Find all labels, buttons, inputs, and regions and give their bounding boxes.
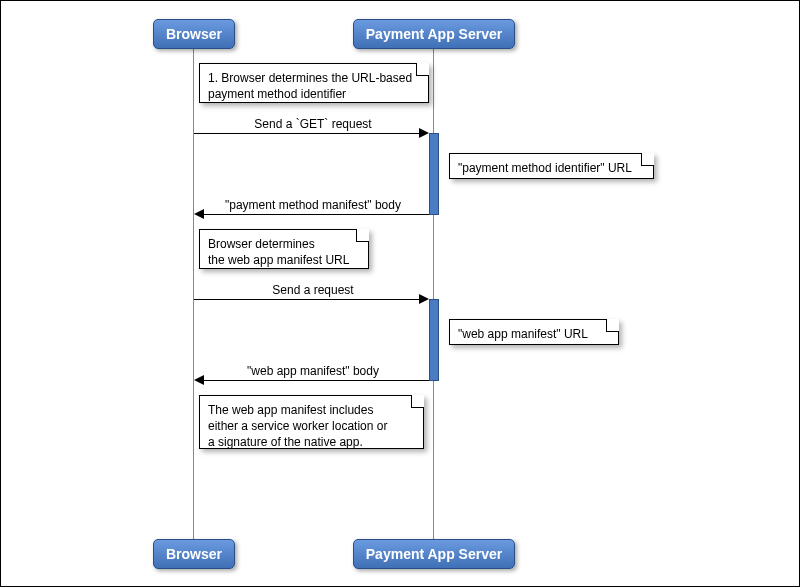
participant-label: Browser — [166, 26, 222, 42]
arrow-head-m1 — [419, 128, 429, 138]
note-text: "web app manifest" URL — [458, 327, 588, 341]
participant-label: Payment App Server — [366, 546, 502, 562]
note-text: 1. Browser determines the URL-based paym… — [208, 71, 412, 101]
participant-label: Payment App Server — [366, 26, 502, 42]
message-wam-body: "web app manifest" body — [193, 364, 433, 378]
message-get-request: Send a `GET` request — [193, 117, 433, 131]
arrow-head-m2 — [194, 209, 204, 219]
arrow-m1 — [194, 133, 419, 134]
lifeline-server — [433, 49, 434, 539]
participant-browser-bottom: Browser — [153, 539, 235, 569]
note-text: "payment method identifier" URL — [458, 161, 632, 175]
participant-server-bottom: Payment App Server — [353, 539, 515, 569]
sequence-diagram: Browser Payment App Server 1. Browser de… — [0, 0, 800, 587]
arrow-head-m3 — [419, 294, 429, 304]
note-determine-web-manifest-url: Browser determines the web app manifest … — [199, 229, 369, 269]
arrow-m2 — [204, 214, 429, 215]
note-wam-url: "web app manifest" URL — [449, 319, 619, 345]
note-text: The web app manifest includes either a s… — [208, 403, 387, 449]
participant-browser-top: Browser — [153, 19, 235, 49]
arrow-m3 — [194, 299, 419, 300]
note-text: Browser determines the web app manifest … — [208, 237, 349, 267]
note-pmi-url: "payment method identifier" URL — [449, 153, 654, 179]
participant-label: Browser — [166, 546, 222, 562]
message-send-request: Send a request — [193, 283, 433, 297]
note-determine-identifier: 1. Browser determines the URL-based paym… — [199, 63, 429, 103]
participant-server-top: Payment App Server — [353, 19, 515, 49]
arrow-head-m4 — [194, 375, 204, 385]
arrow-m4 — [204, 380, 429, 381]
note-manifest-contents: The web app manifest includes either a s… — [199, 395, 424, 449]
message-pmm-body: "payment method manifest" body — [193, 198, 433, 212]
